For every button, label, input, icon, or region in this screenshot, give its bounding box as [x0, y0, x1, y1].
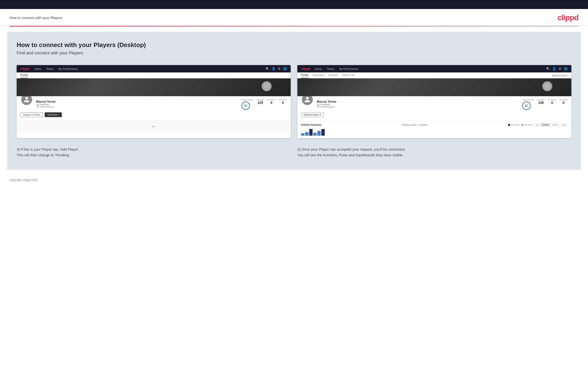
mock-nav-home-right: Home — [315, 67, 322, 70]
mock-stat-followers-right: Followers 0 — [548, 99, 556, 105]
mock-activity-summary: Activity Summary Monthly Activity · 6 Mo… — [297, 120, 571, 138]
main-subtitle: Find and connect with your Players — [17, 50, 571, 56]
mock-quality-label-left: Player Quality — [242, 99, 253, 101]
mock-stat-activities-label-left: Activities — [256, 99, 264, 101]
mock-activity-period: Monthly Activity · 6 Months — [402, 124, 427, 126]
mock-chart-bars — [301, 128, 568, 136]
legend-dot-on-course — [508, 124, 510, 126]
mock-player-name-left: Marcus Turner — [36, 100, 238, 103]
mock-nav-myperformance-left: My Performance — [59, 67, 78, 70]
mock-nav-teams-left: Teams — [46, 67, 54, 70]
screenshot-panel-right: clippd Home Teams My Performance 🔍 👤 ⚙ 🌐… — [297, 65, 571, 138]
mock-player-location-right: 📍 United Kingdom — [317, 106, 519, 108]
mock-profile-section-right: Marcus Turner 1-5 Handicap 📍 United King… — [297, 96, 571, 120]
mock-nav-icons-right: 🔍 👤 ⚙ 🌐 — [546, 67, 568, 71]
mock-player-info-left: Marcus Turner 1-5 Handicap 📍 United King… — [36, 100, 238, 108]
caption-right-text: 4) Once your Player has accepted your re… — [297, 147, 406, 157]
caption-right: 4) Once your Player has accepted your re… — [297, 147, 571, 158]
mock-quality-right: Player Quality 92 — [522, 99, 534, 110]
mock-navbar-left: clippd Home Teams My Performance 🔍 👤 ⚙ 🌐 — [17, 65, 291, 72]
quality-circle-right: 92 — [522, 101, 531, 110]
accent-line — [9, 26, 579, 27]
user-dropdown-right[interactable]: Marcus Turner ▾ — [552, 74, 568, 78]
clippd-logo: clippd — [558, 13, 579, 22]
remove-player-button[interactable]: Remove Player ✕ — [301, 112, 324, 117]
mock-navbar-right: clippd Home Teams My Performance 🔍 👤 ⚙ 🌐 — [297, 65, 571, 72]
x-icon: ✕ — [319, 114, 321, 116]
mock-stat-activities-left: Activities 129 — [256, 99, 264, 105]
mock-stat-activities-value-left: 129 — [256, 101, 264, 105]
main-title: How to connect with your Players (Deskto… — [17, 41, 571, 49]
legend-on-course: On course — [508, 124, 519, 126]
bar-1 — [301, 133, 304, 136]
mock-quality-left: Player Quality 92 — [242, 99, 253, 110]
mock-hero-right — [297, 78, 571, 96]
bar-2 — [305, 132, 309, 136]
tab-what-to-on-right[interactable]: What To On — [343, 74, 355, 78]
mock-logo-right: clippd — [301, 67, 310, 71]
tab-profile-left[interactable]: Profile — [20, 74, 28, 78]
plus-icon: + — [58, 114, 60, 116]
mock-player-handicap-right: 1-5 Handicap — [317, 103, 519, 106]
mock-stat-followers-label-right: Followers — [548, 99, 556, 101]
mock-stat-followers-value-left: 0 — [267, 101, 276, 105]
mock-stat-activities-label-right: Activities — [537, 99, 545, 101]
mock-hero-left — [17, 78, 291, 96]
quality-circle-left: 92 — [242, 101, 250, 110]
mock-player-handicap-left: 1-5 Handicap — [36, 103, 238, 106]
mock-tabbar-right: Profile Dashboard Activities What To On … — [297, 72, 571, 78]
mock-logo-left: clippd — [20, 67, 29, 71]
bar-3 — [309, 129, 312, 136]
mock-period-buttons: 1 yr 6 mths 3 mths 1 mth — [534, 123, 568, 127]
mock-nav-home-left: Home — [34, 67, 41, 70]
settings-icon-right: ⚙ — [559, 67, 561, 71]
mock-stat-followers-label-left: Followers — [267, 99, 276, 101]
mock-stat-followers-left: Followers 0 — [267, 99, 276, 105]
mock-player-info-right: Marcus Turner 1-5 Handicap 📍 United King… — [317, 100, 519, 108]
period-1mth-button[interactable]: 1 mth — [560, 123, 568, 127]
user-icon-right: 👤 — [552, 67, 556, 71]
bar-5 — [317, 131, 321, 136]
caption-left: 3) If this is your Player tap, 'Add Play… — [17, 147, 291, 158]
request-to-follow-button[interactable]: Request to Follow — [20, 112, 43, 117]
globe-icon-left: 🌐 — [283, 67, 287, 71]
mock-legend: On course Off course — [508, 124, 533, 126]
mock-stat-following-value-right: 0 — [560, 101, 568, 105]
tab-dashboard-right[interactable]: Dashboard — [313, 74, 324, 78]
location-icon-right: 📍 — [317, 106, 320, 108]
person-icon-left — [23, 96, 30, 103]
page-footer: Copyright Clippd 2022 — [0, 175, 588, 185]
tab-activities-right[interactable]: Activities — [329, 74, 338, 78]
caption-left-text: 3) If this is your Player tap, 'Add Play… — [17, 147, 80, 157]
copyright-text: Copyright Clippd 2022 — [9, 178, 38, 182]
mock-stat-followers-value-right: 0 — [548, 101, 556, 105]
tab-profile-right[interactable]: Profile — [301, 74, 309, 78]
top-bar — [0, 0, 588, 9]
screenshots-row: clippd Home Teams My Performance 🔍 👤 ⚙ 🌐… — [17, 65, 571, 138]
add-player-button[interactable]: Add Player + — [45, 112, 62, 117]
mock-scissors-area: ✂ — [17, 120, 291, 132]
mock-nav-myperformance-right: My Performance — [339, 67, 358, 70]
period-6mths-button[interactable]: 6 mths — [541, 123, 550, 127]
mock-activity-controls: On course Off course 1 yr 6 mths 3 mths — [508, 123, 568, 127]
mock-nav-icons-left: 🔍 👤 ⚙ 🌐 — [266, 67, 287, 71]
main-content: How to connect with your Players (Deskto… — [7, 32, 581, 170]
search-icon-left: 🔍 — [266, 67, 269, 71]
legend-dot-off-course — [521, 124, 523, 126]
user-icon-left: 👤 — [272, 67, 276, 71]
mock-profile-section-left: Marcus Turner 1-5 Handicap 📍 United King… — [17, 96, 291, 120]
settings-icon-left: ⚙ — [278, 67, 281, 71]
mock-stat-following-label-left: Following — [279, 99, 287, 101]
period-1yr-button[interactable]: 1 yr — [534, 123, 540, 127]
mock-stat-activities-right: Activities 129 — [537, 99, 545, 105]
screenshot-panel-left: clippd Home Teams My Performance 🔍 👤 ⚙ 🌐… — [17, 65, 291, 138]
bar-4 — [313, 133, 317, 136]
mock-profile-top-right: Marcus Turner 1-5 Handicap 📍 United King… — [301, 99, 568, 110]
period-3mths-button[interactable]: 3 mths — [551, 123, 559, 127]
mock-stat-following-left: Following 0 — [279, 99, 287, 105]
captions-row: 3) If this is your Player tap, 'Add Play… — [17, 147, 571, 158]
mock-nav-teams-right: Teams — [327, 67, 334, 70]
mock-stat-activities-value-right: 129 — [537, 101, 545, 105]
search-icon-right: 🔍 — [546, 67, 550, 71]
mock-player-location-left: 📍 United Kingdom — [36, 106, 238, 108]
